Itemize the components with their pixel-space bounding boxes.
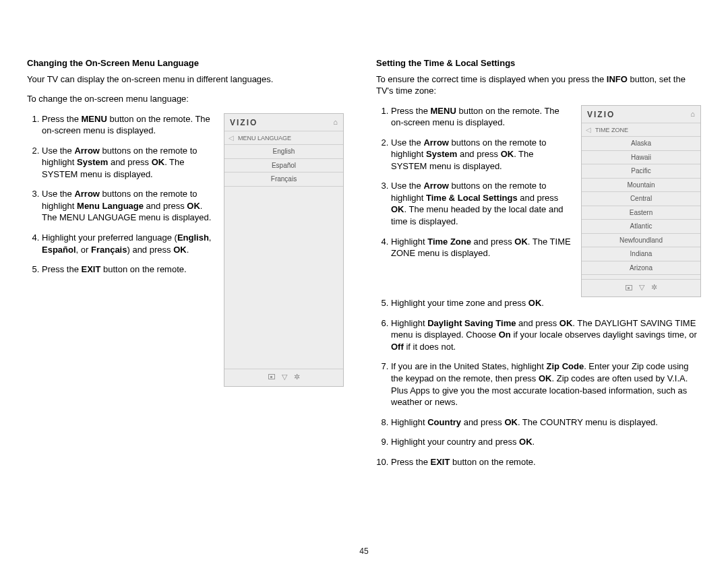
osd-time-zone: VIZIO ⌂ ◁ TIME ZONE AlaskaHawaiiPacificM… [581,105,701,298]
gear-icon: ✲ [651,282,657,292]
osd-footer: ▽ ✲ [224,369,343,386]
back-icon: ◁ [586,125,591,135]
list-item: Press the MENU button on the remote. The… [42,113,214,137]
osd-item: Arizona [582,261,700,276]
list-item: Use the Arrow buttons on the remote to h… [391,137,572,173]
list-item: Highlight your country and press OK. [391,436,701,448]
osd-item: Français [224,173,343,187]
osd-item: Pacific [582,164,700,179]
list-item: Use the Arrow buttons on the remote to h… [42,145,214,181]
osd-item: Newfoundland [582,234,700,248]
list-item: Press the EXIT button on the remote. [42,263,214,276]
left-steps: Press the MENU button on the remote. The… [27,113,214,276]
osd-item: Central [582,192,700,206]
osd-footer: ▽ ✲ [582,279,700,296]
osd-title-text: TIME ZONE [595,126,628,134]
osd-item: Eastern [582,206,700,220]
list-item: Highlight your time zone and press OK. [391,297,701,309]
left-intro-2: To change the on-screen menu language: [27,93,344,105]
left-heading: Changing the On-Screen Menu Language [27,57,344,69]
list-item: Highlight Country and press OK. The COUN… [391,416,701,429]
back-icon: ◁ [229,133,234,143]
osd-item: Atlantic [582,220,700,234]
right-column: Setting the Time & Local Settings To ens… [376,57,701,476]
osd-items-tz: AlaskaHawaiiPacificMountainCentralEaster… [582,137,700,275]
osd-items-lang: EnglishEspañolFrançais [224,145,343,187]
list-item: Highlight Time Zone and press OK. The TI… [391,236,572,259]
home-icon: ⌂ [333,117,338,127]
osd-item: Indiana [582,247,700,261]
list-item: Highlight your preferred language (Engli… [42,232,214,255]
list-item: Use the Arrow buttons on the remote to h… [42,188,214,224]
page-number: 45 [0,546,728,557]
right-intro: To ensure the correct time is displayed … [376,73,701,97]
osd-brand: VIZIO [587,109,615,120]
osd-item: Español [224,159,343,173]
left-intro-1: Your TV can display the on-screen menu i… [27,73,344,86]
gear-icon: ✲ [294,372,300,382]
osd-item: English [224,145,343,159]
left-column: Changing the On-Screen Menu Language You… [27,57,344,476]
list-item: If you are in the United States, highlig… [391,361,701,408]
list-item: Use the Arrow buttons on the remote to h… [391,180,572,227]
osd-item: Mountain [582,179,700,193]
pip-icon [626,285,632,290]
osd-title-text: MENU LANGUAGE [238,134,291,142]
osd-item: Alaska [582,137,700,151]
right-heading: Setting the Time & Local Settings [376,57,701,69]
osd-brand: VIZIO [230,117,257,128]
list-item: Highlight Daylight Saving Time and press… [391,317,701,353]
list-item: Press the MENU button on the remote. The… [391,105,572,129]
pip-icon [268,374,275,379]
home-icon: ⌂ [690,109,695,119]
osd-item: Hawaii [582,151,700,165]
right-steps: Press the MENU button on the remote. The… [376,105,572,259]
chevron-down-icon: ▽ [639,282,644,292]
list-item: Press the EXIT button on the remote. [391,456,701,468]
right-steps-cont: Highlight your time zone and press OK.Hi… [376,297,701,468]
chevron-down-icon: ▽ [282,372,287,382]
osd-menu-language: VIZIO ⌂ ◁ MENU LANGUAGE EnglishEspañolFr… [224,113,344,387]
